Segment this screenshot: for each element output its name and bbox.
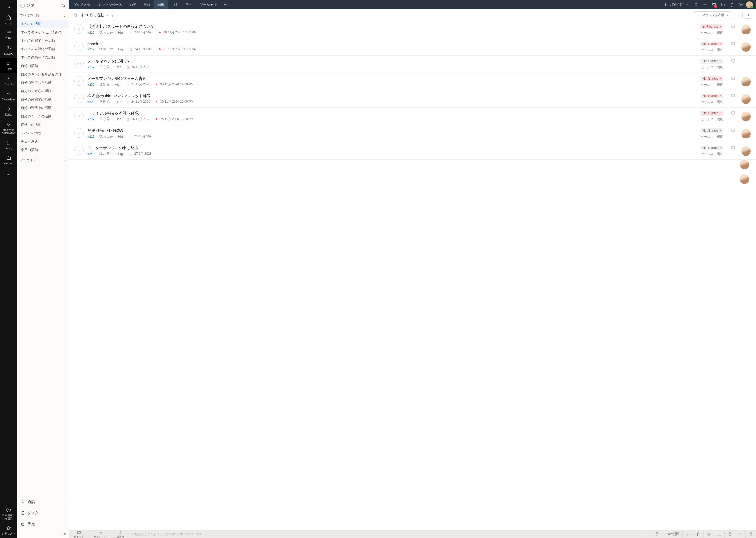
chat-input[interactable]: こちらがかんたんチャットです（Ctrl＋スペース） <box>129 532 641 536</box>
footer-note-icon[interactable] <box>703 530 714 538</box>
status-badge[interactable]: Not Started ▾ <box>700 145 723 150</box>
ticket-id[interactable]: #212 <box>87 31 95 34</box>
comment-icon[interactable] <box>729 24 737 30</box>
activity-row[interactable]: メールマガジンに関して#209.国分 晃.High.◷ 24 11月 2020N… <box>69 56 756 73</box>
store-icon[interactable] <box>719 1 727 8</box>
complete-toggle[interactable] <box>74 41 84 51</box>
menu-toggle-icon[interactable] <box>4 2 13 12</box>
sidebar-item[interactable]: すべてのキャンセル済みの... <box>17 28 69 36</box>
sidebar-cat-call[interactable]: 通話 <box>17 497 69 508</box>
rail-item-campaigns[interactable]: Campaigns <box>0 88 17 104</box>
assignee-avatar[interactable] <box>741 129 751 138</box>
activity-row[interactable]: 【質問】パスワードの再設定について#212.颯太 三井.High.◷ 24 11… <box>69 21 756 38</box>
rail-item-projects[interactable]: Projects <box>0 73 17 88</box>
department-picker[interactable]: すべての部門 <box>661 2 690 7</box>
sidebar-item[interactable]: 自分の未対応の通話 <box>17 87 69 95</box>
rail-favorite[interactable]: お気に入り <box>0 523 17 538</box>
status-badge[interactable]: Not Started ▾ <box>700 76 723 81</box>
star-icon[interactable] <box>73 13 78 18</box>
comment-icon[interactable] <box>729 128 737 134</box>
user-avatar[interactable] <box>746 1 753 8</box>
sidebar-archive[interactable]: アーカイブ › <box>17 156 69 164</box>
activity-row[interactable]: モニターサンプルの申し込み#242.颯太 三井.High.◷ 27 6月 202… <box>69 142 756 160</box>
assignee-avatar[interactable] <box>741 112 751 121</box>
assignee-avatar[interactable] <box>741 77 751 86</box>
activity-row[interactable]: メールマガジン登録フォーム告知#209.国分 晃.High.◷ 24 11月 2… <box>69 73 756 90</box>
footer-timer-icon[interactable] <box>725 530 735 538</box>
footer-tab[interactable]: 連絡先 <box>112 531 129 538</box>
assignee-avatar[interactable] <box>741 42 751 52</box>
comment-icon[interactable] <box>729 76 737 82</box>
sidebar-item[interactable]: 遅延中の活動 <box>17 121 69 129</box>
ticket-id[interactable]: #209 <box>87 65 95 69</box>
rail-more-icon[interactable] <box>2 168 15 181</box>
bell-icon[interactable] <box>728 1 735 8</box>
rail-recent[interactable]: 最近使用した項目 <box>0 504 17 523</box>
status-badge[interactable]: Not Started ▾ <box>700 59 723 64</box>
sidebar-item[interactable]: 今日の活動 <box>17 146 69 154</box>
tab-2[interactable]: 顧客 <box>126 0 140 10</box>
view-title[interactable]: すべての活動 <box>80 13 108 18</box>
avatar[interactable] <box>740 160 749 169</box>
avatar[interactable] <box>740 175 749 184</box>
ticket-id[interactable]: #212 <box>87 48 95 51</box>
activity-row[interactable]: 株式会社Hide-Kへパンフレット郵送#209.国分 晃.High.◷ 24 1… <box>69 90 756 108</box>
add-icon[interactable] <box>701 1 709 8</box>
complete-toggle[interactable] <box>74 145 84 155</box>
tab-4[interactable]: 活動 <box>154 0 168 10</box>
zia-button[interactable]: Ziaに質問 <box>662 530 683 538</box>
sidebar-item[interactable]: すべての未対応の通話 <box>17 45 69 53</box>
comment-icon[interactable] <box>729 93 737 99</box>
footer-doc-icon[interactable] <box>693 530 703 538</box>
sidebar-item[interactable]: 自分のチームの活動 <box>17 112 69 121</box>
sidebar-item[interactable]: すべての活動 <box>17 20 69 28</box>
rail-item-desk[interactable]: Desk <box>0 58 17 73</box>
sidebar-group-toggle[interactable]: すべての一覧 ⌄ <box>17 11 69 20</box>
filter-icon[interactable] <box>111 13 115 17</box>
gear-icon[interactable] <box>737 1 744 8</box>
complete-toggle[interactable] <box>74 76 84 86</box>
rail-item-crm[interactable]: CRM <box>0 27 17 43</box>
search-icon[interactable] <box>692 1 700 8</box>
rail-item-ホーム[interactable]: ホーム <box>0 12 17 27</box>
rail-item-survey[interactable]: Survey <box>0 137 17 153</box>
sidebar-item[interactable]: 自分の完了した活動 <box>17 79 69 87</box>
ticket-id[interactable]: #212 <box>87 135 95 138</box>
assignee-avatar[interactable] <box>741 94 751 104</box>
assignee-avatar[interactable] <box>741 25 751 34</box>
ticket-id[interactable]: #209 <box>87 100 95 104</box>
footer-clipboard-icon[interactable] <box>745 530 756 538</box>
ticket-id[interactable]: #209 <box>87 83 95 86</box>
footer-check-icon[interactable] <box>714 530 725 538</box>
sidebar-item[interactable]: 自分の活動 <box>17 62 69 70</box>
sidebar-item[interactable]: 自分のキャンセル済みの活... <box>17 70 69 79</box>
footer-announce-icon[interactable] <box>735 530 745 538</box>
view-mode-picker[interactable]: クラシック表示 <box>694 11 731 19</box>
topbar-more-icon[interactable] <box>222 1 229 8</box>
tab-0[interactable]: 問い合わせ <box>70 0 95 10</box>
status-badge[interactable]: In Progress ▾ <box>700 24 723 29</box>
activity-row[interactable]: ebook??#212.颯太 三井.High.◷ 24 11月 2020 . ⚑… <box>69 38 756 56</box>
complete-toggle[interactable] <box>74 111 84 120</box>
sidebar-item[interactable]: 自分の遅延中の活動 <box>17 104 69 112</box>
rail-item-social[interactable]: Social <box>0 104 17 119</box>
tab-6[interactable]: ソーシャル <box>196 0 220 10</box>
footer-agent-icon[interactable] <box>651 530 662 538</box>
more-actions-button[interactable] <box>734 12 743 19</box>
comment-icon[interactable] <box>729 59 737 64</box>
rail-item-webinar[interactable]: Webinar <box>0 153 17 168</box>
sidebar-item[interactable]: スパムの活動 <box>17 129 69 137</box>
complete-toggle[interactable] <box>74 24 84 34</box>
activity-row[interactable]: トライアル料金を本社へ確認#209.国分 晃.High.◷ 24 11月 202… <box>69 108 756 125</box>
status-badge[interactable]: Not Started ▾ <box>700 128 723 133</box>
complete-toggle[interactable] <box>74 128 84 138</box>
sidebar-cat-event[interactable]: 予定 <box>17 518 69 530</box>
status-badge[interactable]: Not Started ▾ <box>700 93 723 98</box>
sidebar-item[interactable]: 今日＋遅延 <box>17 137 69 146</box>
footer-record-icon[interactable] <box>641 530 651 538</box>
activity-row[interactable]: 開発担当に仕様確認#212.颯太 三井.High.◷ 25 11月 2020No… <box>69 125 756 142</box>
search-icon[interactable] <box>62 3 66 8</box>
status-badge[interactable]: Not Started ▾ <box>700 41 723 46</box>
comment-icon[interactable] <box>729 111 737 116</box>
inbox-icon[interactable]: 1 <box>710 1 718 8</box>
